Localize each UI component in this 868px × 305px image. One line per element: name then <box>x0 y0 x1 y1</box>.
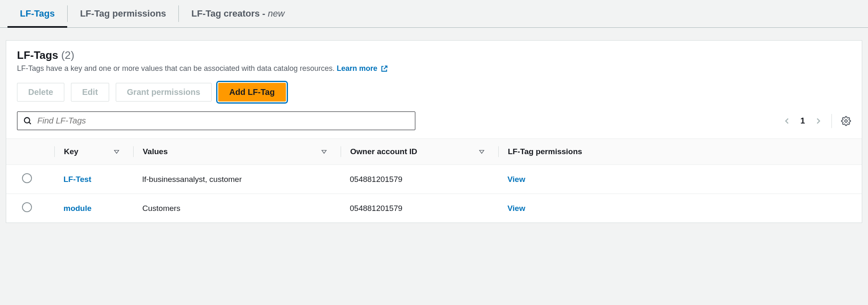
col-key-label: Key <box>64 147 78 156</box>
sort-icon <box>321 148 327 155</box>
col-values-label: Values <box>143 147 168 156</box>
col-header-values[interactable]: Values <box>127 139 334 165</box>
tab-new-badge: new <box>268 8 285 19</box>
grant-permissions-button[interactable]: Grant permissions <box>116 83 212 102</box>
page-subtitle: LF-Tags have a key and one or more value… <box>17 64 851 73</box>
table-row: LF-Test lf-businessanalyst, customer 054… <box>6 165 862 194</box>
row-select-radio[interactable] <box>22 173 32 183</box>
delete-button[interactable]: Delete <box>17 83 64 102</box>
subtitle-text: LF-Tags have a key and one or more value… <box>17 64 334 73</box>
row-view-link[interactable]: View <box>507 204 525 213</box>
tools-row: 1 <box>6 109 862 138</box>
col-header-key[interactable]: Key <box>48 139 127 165</box>
page-title-text: LF-Tags <box>17 49 58 61</box>
add-lf-tag-button[interactable]: Add LF-Tag <box>218 83 286 102</box>
search-icon <box>23 116 32 126</box>
pager-separator <box>831 114 832 128</box>
page-next-button[interactable] <box>814 117 822 125</box>
page-title-count: (2) <box>61 49 74 61</box>
learn-more-link[interactable]: Learn more <box>336 64 388 73</box>
row-owner: 054881201579 <box>350 204 402 213</box>
row-select-radio[interactable] <box>22 202 32 212</box>
tab-lf-tag-creators-label: LF-Tag creators - <box>191 8 268 19</box>
page-number: 1 <box>800 116 805 126</box>
search-box[interactable] <box>17 111 415 130</box>
row-key-link[interactable]: module <box>63 204 92 213</box>
external-link-icon <box>380 65 388 73</box>
svg-point-0 <box>24 117 30 123</box>
tab-lf-tag-permissions[interactable]: LF-Tag permissions <box>68 0 178 27</box>
gear-icon[interactable] <box>841 116 851 126</box>
row-owner: 054881201579 <box>350 175 402 184</box>
svg-marker-5 <box>480 150 484 153</box>
col-header-permissions: LF-Tag permissions <box>492 139 862 165</box>
lf-tags-table: Key Values Owner account ID LF-Tag permi… <box>6 138 862 223</box>
svg-point-2 <box>845 120 847 122</box>
table-row: module Customers 054881201579 View <box>6 194 862 223</box>
tabs-bar: LF-Tags LF-Tag permissions LF-Tag creato… <box>0 0 868 28</box>
row-view-link[interactable]: View <box>507 175 525 184</box>
row-key-link[interactable]: LF-Test <box>63 175 91 184</box>
search-input[interactable] <box>37 116 409 126</box>
col-header-owner[interactable]: Owner account ID <box>334 139 492 165</box>
row-values: lf-businessanalyst, customer <box>142 175 242 184</box>
tab-lf-tag-creators[interactable]: LF-Tag creators - new <box>179 0 297 27</box>
svg-marker-4 <box>322 150 327 153</box>
sort-icon <box>478 148 485 155</box>
panel-header: LF-Tags (2) LF-Tags have a key and one o… <box>6 41 862 77</box>
learn-more-label: Learn more <box>336 64 377 73</box>
col-owner-label: Owner account ID <box>350 147 417 156</box>
sort-icon <box>113 148 120 155</box>
lf-tags-panel: LF-Tags (2) LF-Tags have a key and one o… <box>6 40 862 223</box>
tab-lf-tags[interactable]: LF-Tags <box>7 0 67 27</box>
col-perms-label: LF-Tag permissions <box>508 147 582 156</box>
edit-button[interactable]: Edit <box>71 83 109 102</box>
page-title: LF-Tags (2) <box>17 49 851 62</box>
action-buttons: Delete Edit Grant permissions Add LF-Tag <box>6 77 862 109</box>
page-prev-button[interactable] <box>783 117 791 125</box>
svg-line-1 <box>29 122 31 124</box>
pagination: 1 <box>783 114 851 128</box>
svg-marker-3 <box>115 150 119 153</box>
row-values: Customers <box>142 204 180 213</box>
